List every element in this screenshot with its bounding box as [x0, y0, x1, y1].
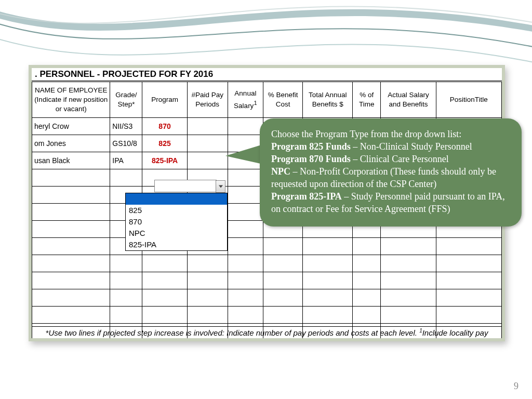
- cell-name[interactable]: om Jones: [32, 135, 110, 152]
- bottom-rule: [32, 326, 502, 327]
- callout: Choose the Program Type from the drop do…: [260, 118, 522, 227]
- dropdown-option[interactable]: NPC: [126, 228, 227, 239]
- sheet-title: . PERSONNEL - PROJECTED FOR FY 2016: [35, 69, 213, 79]
- cell-ppp[interactable]: [187, 118, 228, 135]
- col-name: NAME OF EMPLOYEE (Indicate if new positi…: [32, 82, 110, 118]
- table-row[interactable]: [32, 238, 502, 255]
- dropdown-option[interactable]: 825-IPA: [126, 239, 227, 250]
- cell-name[interactable]: usan Black: [32, 152, 110, 169]
- col-ppp: #Paid Pay Periods: [187, 82, 228, 118]
- dropdown-option-blank[interactable]: [126, 193, 227, 205]
- cell-program[interactable]: 825: [142, 135, 187, 152]
- cell-program[interactable]: 870: [142, 118, 187, 135]
- callout-intro: Choose the Program Type from the drop do…: [271, 129, 461, 139]
- cell-salary[interactable]: [228, 118, 263, 135]
- footnote: *Use two lines if projected step increas…: [32, 328, 502, 337]
- col-salary: Annual Salary1: [228, 82, 263, 118]
- program-dropdown-cell[interactable]: [154, 180, 217, 192]
- col-program: Program: [142, 82, 187, 118]
- chevron-down-icon: [219, 185, 223, 188]
- col-pct: % of Time: [353, 82, 381, 118]
- cell-name[interactable]: heryl Crow: [32, 118, 110, 135]
- col-tab: Total Annual Benefits $: [303, 82, 353, 118]
- col-benefit: % Benefit Cost: [263, 82, 302, 118]
- cell-program[interactable]: 825-IPA: [142, 152, 187, 169]
- callout-825-label: Program 825 Funds: [271, 141, 351, 152]
- page-number: 9: [514, 381, 518, 392]
- dropdown-button[interactable]: [216, 180, 225, 193]
- table-row[interactable]: [32, 272, 502, 289]
- callout-870-label: Program 870 Funds: [271, 154, 351, 164]
- title-rule: [32, 81, 502, 81]
- table-row[interactable]: [32, 255, 502, 272]
- program-dropdown-list[interactable]: 825 870 NPC 825-IPA: [125, 193, 228, 251]
- table-row[interactable]: [32, 307, 502, 324]
- col-asb: Actual Salary and Benefits: [381, 82, 436, 118]
- callout-tail: [225, 144, 263, 164]
- cell-grade[interactable]: GS10/8: [110, 135, 142, 152]
- col-pt: PositionTitle: [436, 82, 501, 118]
- col-grade: Grade/ Step*: [110, 82, 142, 118]
- dropdown-option[interactable]: 825: [126, 205, 227, 216]
- slide: . PERSONNEL - PROJECTED FOR FY 2016 NAME…: [0, 0, 532, 399]
- callout-npc-label: NPC: [271, 166, 290, 177]
- cell-grade[interactable]: IPA: [110, 152, 142, 169]
- table-row[interactable]: [32, 289, 502, 307]
- callout-ipa-label: Program 825-IPA: [271, 191, 342, 202]
- dropdown-option[interactable]: 870: [126, 216, 227, 228]
- header-row: NAME OF EMPLOYEE (Indicate if new positi…: [32, 82, 502, 118]
- cell-grade[interactable]: NII/S3: [110, 118, 142, 135]
